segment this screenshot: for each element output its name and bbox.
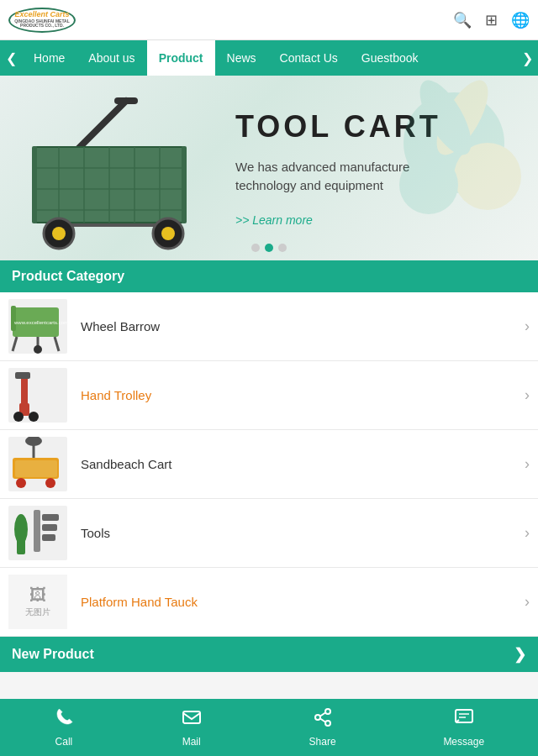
nav-item-guestbook[interactable]: Guestbook — [350, 40, 430, 76]
footer-item-share[interactable]: Share — [309, 707, 336, 748]
category-thumb-handtrolley — [8, 368, 67, 423]
svg-rect-44 — [42, 514, 59, 521]
category-thumb-wheelbarrow: www.excellentcarts.com — [8, 299, 67, 354]
category-item-sandbeach[interactable]: Sandbeach Cart › — [0, 430, 538, 499]
svg-rect-45 — [42, 524, 57, 531]
share-icon — [313, 707, 333, 732]
category-list: www.excellentcarts.com Wheel Barrow › Ha… — [0, 292, 538, 637]
svg-line-26 — [13, 337, 17, 351]
svg-rect-34 — [15, 372, 30, 379]
footer-item-message[interactable]: Message — [443, 707, 484, 748]
learn-more-link[interactable]: >> Learn more — [235, 213, 313, 227]
category-item-platform[interactable]: 🖼 无图片 Platform Hand Tauck › — [0, 568, 538, 637]
nav-prev-button[interactable]: ❮ — [0, 40, 22, 76]
search-icon[interactable]: 🔍 — [453, 11, 472, 29]
logo-sub: QINGDAO SHUNFAI METAL PRODUCTS CO., LTD. — [12, 19, 72, 29]
svg-point-48 — [325, 709, 330, 714]
logo: Excellent Carts QINGDAO SHUNFAI METAL PR… — [8, 8, 453, 33]
svg-point-50 — [325, 721, 330, 726]
footer-share-label: Share — [309, 736, 336, 748]
svg-point-2 — [399, 155, 458, 214]
category-label-tools: Tools — [67, 526, 516, 540]
no-image-icon: 🖼 — [29, 585, 46, 605]
nav: ❮ Home About us Product News Contact Us … — [0, 40, 538, 76]
category-item-wheelbarrow[interactable]: www.excellentcarts.com Wheel Barrow › — [0, 292, 538, 361]
product-category-title: Product Category — [0, 260, 538, 292]
svg-point-20 — [161, 227, 175, 240]
header: Excellent Carts QINGDAO SHUNFAI METAL PR… — [0, 0, 538, 40]
platform-arrow-icon: › — [525, 593, 530, 611]
footer-mail-label: Mail — [182, 736, 201, 748]
svg-rect-46 — [42, 534, 55, 541]
logo-oval: Excellent Carts QINGDAO SHUNFAI METAL PR… — [8, 8, 76, 33]
grid-icon[interactable]: ⊞ — [485, 11, 498, 29]
svg-line-52 — [320, 719, 325, 722]
category-item-tools[interactable]: Tools › — [0, 499, 538, 568]
svg-line-27 — [55, 337, 59, 351]
footer-message-label: Message — [443, 736, 484, 748]
nav-item-product[interactable]: Product — [147, 40, 215, 76]
dot-1[interactable] — [251, 244, 260, 252]
nav-item-home[interactable]: Home — [22, 40, 76, 76]
dot-2[interactable] — [265, 244, 273, 252]
hero-decoration — [370, 76, 538, 260]
nav-next-button[interactable]: ❯ — [516, 40, 538, 76]
svg-rect-28 — [11, 306, 16, 331]
footer: Call Mail Share — [0, 699, 538, 756]
mail-icon — [182, 707, 202, 732]
globe-icon[interactable]: 🌐 — [511, 11, 530, 29]
tools-arrow-icon: › — [525, 524, 530, 542]
hero-cart-image — [8, 84, 227, 252]
svg-rect-43 — [34, 510, 40, 552]
message-icon — [454, 707, 474, 732]
category-thumb-tools — [8, 506, 67, 560]
new-product-arrow-icon: ❯ — [514, 645, 526, 664]
category-label-sandbeach: Sandbeach Cart — [67, 457, 516, 471]
svg-text:www.excellentcarts.com: www.excellentcarts.com — [13, 320, 67, 325]
nav-item-news[interactable]: News — [215, 40, 268, 76]
wheelbarrow-arrow-icon: › — [525, 318, 530, 335]
category-label-platform: Platform Hand Tauck — [67, 595, 516, 609]
svg-point-37 — [45, 478, 55, 488]
sandbeach-arrow-icon: › — [525, 455, 530, 473]
new-product-label: New Product — [12, 647, 94, 662]
svg-rect-40 — [15, 460, 57, 477]
category-label-wheelbarrow: Wheel Barrow — [67, 319, 516, 333]
svg-rect-47 — [183, 711, 200, 723]
svg-point-25 — [34, 345, 42, 354]
new-product-section[interactable]: New Product ❯ — [0, 637, 538, 672]
category-item-handtrolley[interactable]: Hand Trolley › — [0, 361, 538, 430]
svg-point-18 — [52, 227, 66, 240]
category-thumb-sandbeach — [8, 437, 67, 491]
dot-3[interactable] — [278, 244, 287, 252]
category-thumb-platform: 🖼 无图片 — [8, 575, 67, 629]
header-icons: 🔍 ⊞ 🌐 — [453, 11, 530, 29]
call-icon — [54, 707, 74, 732]
no-image-label: 无图片 — [25, 606, 50, 618]
category-label-handtrolley: Hand Trolley — [67, 388, 516, 402]
svg-rect-22 — [182, 146, 187, 223]
footer-item-mail[interactable]: Mail — [182, 707, 202, 748]
hero-dots — [251, 244, 287, 252]
svg-rect-21 — [32, 146, 37, 223]
svg-point-39 — [25, 437, 42, 446]
svg-line-5 — [76, 101, 126, 151]
svg-point-42 — [14, 514, 28, 544]
hero-banner: TOOL CART We has advanced manufacturetec… — [0, 76, 538, 260]
svg-point-49 — [315, 715, 320, 720]
nav-item-contact[interactable]: Contact Us — [268, 40, 350, 76]
nav-items: Home About us Product News Contact Us Gu… — [22, 40, 516, 76]
svg-point-33 — [29, 412, 39, 422]
handtrolley-arrow-icon: › — [525, 386, 530, 404]
footer-call-label: Call — [55, 736, 73, 748]
nav-item-about[interactable]: About us — [76, 40, 146, 76]
footer-item-call[interactable]: Call — [54, 707, 74, 748]
svg-point-36 — [16, 478, 26, 488]
svg-point-32 — [13, 412, 24, 422]
svg-line-51 — [320, 713, 325, 717]
